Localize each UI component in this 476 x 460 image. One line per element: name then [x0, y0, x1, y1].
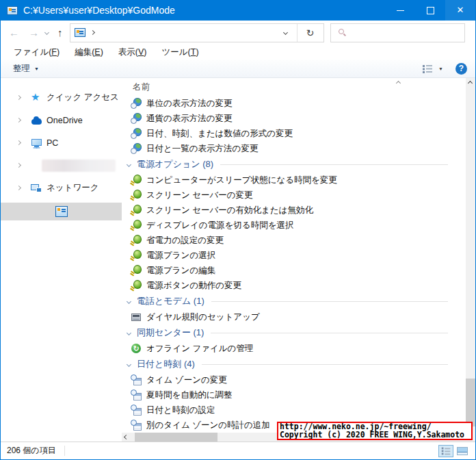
- list-item[interactable]: 単位の表示方法の変更: [122, 96, 466, 111]
- group-collapse-icon[interactable]: [127, 162, 131, 166]
- pc-monitor-icon: [31, 138, 43, 149]
- region-icon: [131, 98, 142, 109]
- group-collapse-icon[interactable]: [127, 361, 131, 366]
- power-icon: [131, 175, 142, 186]
- group-rule: [220, 164, 448, 165]
- list-item[interactable]: コンピューターがスリープ状態になる時間を変更: [122, 172, 466, 188]
- minimize-button[interactable]: [385, 0, 415, 21]
- horizontal-scrollbar-thumb[interactable]: [135, 433, 217, 442]
- expand-chevron-icon[interactable]: [16, 186, 21, 190]
- power-icon: [131, 190, 142, 201]
- godmode-address-icon: [75, 28, 85, 37]
- sidebar-item-label: クイック アクセス: [47, 92, 119, 103]
- list-item-label: スクリーン セーバーの有効化または無効化: [146, 205, 313, 216]
- minimize-icon: [397, 10, 404, 11]
- column-header-row[interactable]: 名前: [122, 78, 466, 96]
- view-dropdown-icon[interactable]: ▼: [438, 66, 443, 71]
- list-item-label: 電源ボタンの動作の変更: [146, 280, 241, 292]
- list-item[interactable]: タイム ゾーンの変更: [122, 372, 466, 387]
- group-header[interactable]: 同期センター (1): [122, 324, 466, 341]
- column-header-name[interactable]: 名前: [133, 81, 150, 93]
- close-button[interactable]: ✕: [445, 0, 475, 21]
- list-item[interactable]: 日付と一覧の表示方法の変更: [122, 141, 466, 156]
- breadcrumb-chevron-icon[interactable]: [90, 30, 94, 35]
- help-button[interactable]: ?: [455, 63, 467, 75]
- sidebar-item-pc[interactable]: PC: [1, 131, 122, 154]
- scroll-left-icon[interactable]: [124, 435, 129, 439]
- sidebar-item-godmode[interactable]: [1, 203, 122, 220]
- list-item-label: 電源プランの選択: [146, 250, 215, 261]
- list-item-label: ダイヤル規則のセットアップ: [146, 311, 260, 323]
- thumbnail-view-toggle[interactable]: [455, 445, 470, 457]
- organize-button[interactable]: 整理 ▼: [13, 63, 39, 75]
- list-item[interactable]: 通貨の表示方法の変更: [122, 111, 466, 126]
- expand-chevron-icon[interactable]: [16, 163, 21, 168]
- menu-item-f[interactable]: ファイル(F): [6, 47, 67, 58]
- maximize-button[interactable]: [415, 0, 445, 21]
- vertical-scrollbar[interactable]: [466, 78, 475, 442]
- list-item[interactable]: スクリーン セーバーの変更: [122, 188, 466, 203]
- list-item[interactable]: 電源プランの編集: [122, 263, 466, 278]
- sidebar-item-onedrive[interactable]: OneDrive: [1, 109, 122, 131]
- expand-chevron-icon[interactable]: [16, 118, 21, 123]
- sidebar-item-クイック-アクセス[interactable]: クイック アクセス: [1, 86, 122, 109]
- search-input[interactable]: [352, 25, 464, 41]
- group-header[interactable]: 日付と時刻 (4): [122, 356, 466, 372]
- list-item[interactable]: 省電力の設定の変更: [122, 233, 466, 248]
- datetime-icon: [131, 420, 142, 431]
- sidebar-item-label: ネットワーク: [47, 182, 98, 194]
- menu-mnemonic: E: [94, 47, 100, 57]
- maximize-icon: [427, 7, 434, 14]
- sidebar-item-redacted[interactable]: [1, 154, 122, 177]
- expand-chevron-icon[interactable]: [16, 95, 21, 100]
- power-icon: [131, 250, 142, 261]
- refresh-button[interactable]: ↻: [298, 27, 323, 38]
- sidebar-item-label: PC: [47, 138, 58, 148]
- status-separator: [64, 446, 65, 456]
- list-item[interactable]: スクリーン セーバーの有効化または無効化: [122, 203, 466, 218]
- list-item[interactable]: ディスプレイの電源を切る時間を選択: [122, 218, 466, 233]
- details-view-icon[interactable]: [423, 64, 433, 73]
- up-button[interactable]: ↑: [57, 27, 63, 38]
- list-item-label: スクリーン セーバーの変更: [146, 190, 253, 201]
- group-header[interactable]: 電源オプション (8): [122, 156, 466, 172]
- address-bar[interactable]: ↻: [70, 23, 324, 42]
- group-header[interactable]: 電話とモデム (1): [122, 293, 466, 309]
- menu-item-t[interactable]: ツール(T): [155, 47, 207, 58]
- list-item-label: タイム ゾーンの変更: [146, 374, 227, 386]
- list-item[interactable]: 日付と時刻の設定: [122, 402, 466, 418]
- search-box[interactable]: [330, 23, 465, 42]
- list-item[interactable]: 電源ボタンの動作の変更: [122, 278, 466, 293]
- vertical-scrollbar-thumb[interactable]: [466, 379, 475, 426]
- group-collapse-icon[interactable]: [127, 298, 131, 303]
- sort-ascending-icon[interactable]: [396, 81, 401, 86]
- group-header-label: 日付と時刻 (4): [137, 358, 195, 370]
- list-item[interactable]: ダイヤル規則のセットアップ: [122, 309, 466, 324]
- godmode-window-icon: [7, 6, 18, 15]
- group-rule: [202, 364, 448, 365]
- scroll-up-icon[interactable]: [468, 81, 473, 86]
- menu-label-post: ): [144, 47, 146, 57]
- address-dropdown-icon[interactable]: [282, 30, 287, 35]
- address-toolbar: ← → ↑ ↻: [1, 21, 475, 44]
- details-view-toggle[interactable]: [438, 445, 453, 457]
- menu-item-v[interactable]: 表示(V): [111, 47, 155, 58]
- list-item[interactable]: 日付、時刻、または数値の形式の変更: [122, 126, 466, 141]
- menu-item-e[interactable]: 編集(E): [67, 47, 111, 58]
- back-button[interactable]: ←: [9, 27, 19, 38]
- sync-icon: [131, 343, 142, 354]
- group-collapse-icon[interactable]: [127, 330, 131, 335]
- list-item[interactable]: 夏時間を自動的に調整: [122, 387, 466, 402]
- power-icon: [131, 265, 142, 276]
- list-item[interactable]: 電源プランの選択: [122, 248, 466, 263]
- list-item[interactable]: オフライン ファイルの管理: [122, 341, 466, 356]
- list-item-label: 別のタイム ゾーンの時計の追加: [146, 420, 270, 431]
- titlebar[interactable]: C:¥Users¥user¥Desktop¥GodMode ✕: [1, 0, 475, 21]
- quick-access-star-icon: [31, 92, 43, 103]
- window-title: C:¥Users¥user¥Desktop¥GodMode: [23, 5, 175, 16]
- recent-locations-dropdown-icon[interactable]: [44, 30, 49, 35]
- expand-chevron-icon[interactable]: [16, 140, 21, 145]
- forward-button[interactable]: →: [29, 27, 39, 38]
- sidebar-item-ネットワーク[interactable]: ネットワーク: [1, 177, 122, 199]
- list-item-label: ディスプレイの電源を切る時間を選択: [146, 220, 293, 231]
